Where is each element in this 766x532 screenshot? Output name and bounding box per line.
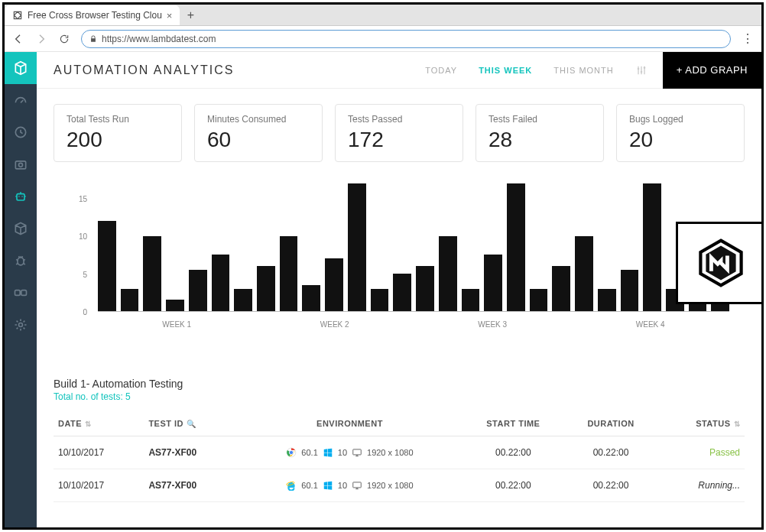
browser-icon: [286, 480, 297, 491]
stat-value: 20: [629, 128, 732, 152]
chart-bar: [439, 236, 457, 311]
chart-x-label: WEEK 4: [636, 320, 665, 329]
chart-bar: [143, 236, 161, 311]
tab-this-month[interactable]: THIS MONTH: [553, 66, 613, 75]
chart-bar: [302, 285, 320, 311]
col-status[interactable]: STATUS⇅: [657, 411, 745, 436]
tab-this-week[interactable]: THIS WEEK: [479, 66, 532, 75]
floating-logo-overlay: [676, 222, 764, 304]
back-button[interactable]: [12, 33, 24, 45]
sidebar-item-dashboard[interactable]: [5, 84, 37, 116]
cell-test-id: AS77-XF00: [144, 436, 238, 469]
stat-label: Tests Failed: [488, 114, 591, 125]
sidebar-item-logo[interactable]: [5, 52, 37, 84]
reload-button[interactable]: [58, 33, 70, 45]
chart-bar: [530, 289, 548, 311]
svg-rect-16: [353, 449, 362, 455]
chart-bar: [348, 183, 366, 311]
browser-icon: [286, 447, 297, 458]
build-title: Build 1- Automation Testing: [54, 378, 745, 390]
chart-bar: [507, 183, 525, 311]
build-table-section: Build 1- Automation Testing Total no. of…: [54, 371, 745, 502]
new-tab-button[interactable]: +: [180, 5, 201, 25]
sidebar: [5, 52, 37, 527]
col-test-id[interactable]: TEST ID🔍: [144, 411, 238, 436]
chart-x-label: WEEK 3: [478, 320, 507, 329]
cell-status: Running...: [657, 469, 745, 502]
filter-icon[interactable]: [635, 64, 648, 76]
cell-duration: 00.22:00: [565, 436, 657, 469]
chart-bar: [257, 266, 275, 311]
windows-icon: [323, 480, 333, 491]
url-bar: https://www.lambdatest.com ⋮: [5, 26, 761, 52]
svg-point-15: [290, 450, 294, 454]
tab-title: Free Cross Browser Testing Clou: [28, 10, 162, 21]
cell-environment: 60.1 10 1920 x 1080: [238, 469, 462, 502]
browser-tab[interactable]: Free Cross Browser Testing Clou ×: [5, 5, 180, 25]
page-title: AUTOMATION ANALYTICS: [54, 63, 234, 77]
chart-x-label: WEEK 1: [162, 320, 191, 329]
stat-card: Total Tests Run200: [54, 104, 182, 162]
cell-date: 10/10/2017: [54, 469, 144, 502]
results-table: DATE⇅ TEST ID🔍 ENVIRONMENT START TIME DU…: [54, 411, 745, 502]
cell-environment: 60.1 10 1920 x 1080: [238, 436, 462, 469]
svg-point-12: [643, 66, 645, 69]
page-header: AUTOMATION ANALYTICS TODAY THIS WEEK THI…: [37, 52, 761, 89]
cell-start: 00.22:00: [462, 469, 565, 502]
forward-button[interactable]: [35, 33, 47, 45]
sidebar-item-history[interactable]: [5, 116, 37, 148]
sidebar-item-settings[interactable]: [5, 309, 37, 341]
chart-bar: [166, 300, 184, 311]
svg-point-5: [21, 196, 23, 197]
browser-menu-button[interactable]: ⋮: [742, 31, 754, 46]
stat-value: 28: [488, 128, 591, 152]
chart-bar: [98, 221, 116, 311]
lock-icon: [89, 35, 97, 43]
sidebar-item-integrations[interactable]: [5, 277, 37, 309]
monitor-icon: [352, 447, 362, 458]
svg-point-11: [640, 70, 642, 73]
monitor-icon: [352, 480, 362, 491]
stat-card: Tests Passed172: [335, 104, 463, 162]
sidebar-item-automation[interactable]: [5, 180, 37, 212]
build-subtitle: Total no. of tests: 5: [54, 391, 745, 402]
chart-bar: [621, 270, 639, 311]
hexagon-m-icon: [694, 236, 748, 290]
col-duration: DURATION: [565, 411, 657, 436]
col-start: START TIME: [462, 411, 565, 436]
svg-point-9: [19, 323, 23, 327]
sort-icon: ⇅: [85, 420, 92, 428]
windows-icon: [323, 447, 333, 458]
url-text: https://www.lambdatest.com: [102, 34, 216, 44]
svg-rect-8: [21, 290, 27, 296]
sidebar-item-bugs[interactable]: [5, 245, 37, 277]
svg-rect-3: [17, 194, 24, 200]
tab-today[interactable]: TODAY: [425, 66, 457, 75]
table-row[interactable]: 10/10/2017 AS77-XF00 60.1 10 1920 x 1080…: [54, 436, 745, 469]
stat-card: Bugs Logged20: [616, 104, 745, 162]
svg-point-4: [18, 196, 20, 197]
sidebar-item-package[interactable]: [5, 212, 37, 245]
url-input[interactable]: https://www.lambdatest.com: [81, 30, 731, 48]
close-tab-icon[interactable]: ×: [167, 10, 173, 21]
stat-value: 200: [67, 128, 169, 152]
chart-card: 051015 WEEK 1WEEK 2WEEK 3WEEK 4: [54, 177, 745, 356]
add-graph-button[interactable]: + ADD GRAPH: [663, 52, 761, 89]
tab-favicon-icon: [12, 10, 23, 21]
sidebar-item-screenshot[interactable]: [5, 148, 37, 180]
svg-point-10: [637, 67, 639, 70]
stat-label: Bugs Logged: [629, 114, 732, 125]
cell-test-id: AS77-XF00: [144, 469, 238, 502]
cell-date: 10/10/2017: [54, 436, 144, 469]
cell-start: 00.22:00: [462, 436, 565, 469]
chart-bar: [484, 255, 502, 311]
col-date[interactable]: DATE⇅: [54, 411, 144, 436]
svg-rect-1: [15, 161, 25, 169]
svg-point-2: [19, 163, 23, 167]
chart-bar: [121, 289, 139, 311]
table-row[interactable]: 10/10/2017 AS77-XF00 60.1 10 1920 x 1080…: [54, 469, 745, 502]
chart-bar: [393, 274, 411, 311]
stat-card: Minutes Consumed60: [194, 104, 323, 162]
stat-value: 172: [348, 128, 450, 152]
chart-bar: [212, 255, 230, 311]
